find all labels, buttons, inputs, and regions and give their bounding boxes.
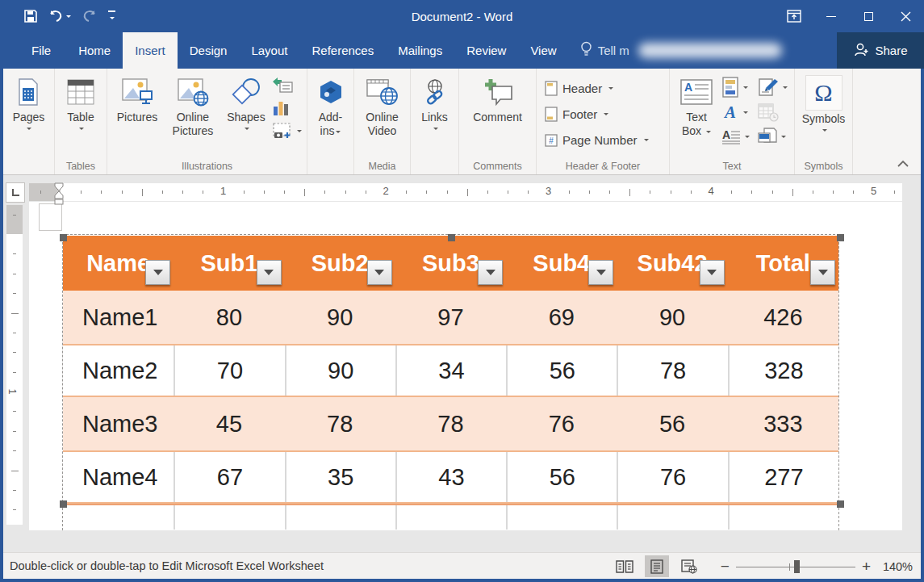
maximize-icon[interactable] (850, 0, 887, 32)
ribbon-display-options-icon[interactable] (776, 0, 813, 32)
page-number-button[interactable]: # Page Number (545, 128, 649, 151)
online-video-button[interactable]: Online Video (360, 73, 405, 140)
ruler-tick (81, 191, 82, 194)
customize-quick-access-icon[interactable] (108, 10, 115, 22)
chevron-down-icon (336, 131, 341, 136)
collapse-ribbon-icon[interactable] (897, 157, 909, 171)
quick-parts-button[interactable] (721, 77, 750, 98)
ruler-tick (528, 191, 529, 194)
selection-handle[interactable] (837, 234, 844, 241)
tab-review[interactable]: Review (454, 32, 518, 69)
tab-stop-selector[interactable] (6, 182, 25, 203)
person-add-icon (853, 42, 869, 59)
tab-insert[interactable]: Insert (123, 32, 178, 69)
chart-button[interactable] (272, 99, 302, 115)
text-box-button[interactable]: A Text Box (673, 73, 720, 140)
lightbulb-icon (580, 41, 592, 60)
selection-handle[interactable] (837, 500, 844, 508)
embedded-excel-worksheet[interactable]: NameSub1Sub2Sub3Sub4Sub42TotalName180909… (62, 234, 839, 530)
tab-home[interactable]: Home (66, 32, 123, 69)
zoom-slider-thumb[interactable] (794, 560, 800, 573)
drop-cap-button[interactable]: A (721, 128, 750, 144)
screenshot-button[interactable] (272, 122, 302, 140)
worksheet-empty-row (63, 504, 838, 530)
minimize-icon[interactable] (813, 0, 850, 32)
tab-file[interactable]: File (16, 32, 66, 69)
table-label: Table (67, 111, 94, 124)
column-header-label: Total (756, 250, 810, 277)
group-label-text: Text (670, 161, 794, 172)
share-button[interactable]: Share (837, 32, 924, 69)
table-cell: 34 (395, 345, 506, 396)
comment-button[interactable]: Comment (470, 73, 525, 126)
close-icon[interactable] (887, 0, 924, 32)
save-icon[interactable] (24, 10, 37, 23)
smartart-button[interactable] (272, 77, 302, 93)
ruler-tick (691, 191, 692, 194)
zoom-slider[interactable] (736, 560, 855, 573)
header-button[interactable]: Header (545, 77, 649, 99)
signature-line-button[interactable] (758, 77, 788, 98)
table-cell: 80 (174, 291, 284, 344)
selection-handle[interactable] (60, 234, 67, 241)
vertical-ruler[interactable]: 1 (6, 205, 23, 525)
table-cell: 70 (174, 345, 284, 396)
symbols-button[interactable]: Ω Symbols (800, 73, 848, 136)
empty-cell (174, 505, 284, 530)
filter-dropdown-button[interactable] (478, 260, 503, 285)
table-row: Name34578787656333 (63, 397, 838, 450)
filter-dropdown-button[interactable] (145, 260, 170, 285)
text-box-label: Text Box (679, 111, 713, 138)
object-button[interactable] (758, 127, 788, 146)
table-header-cell: Sub1 (174, 236, 284, 291)
document-page[interactable]: NameSub1Sub2Sub3Sub4Sub42TotalName180909… (29, 202, 902, 530)
table-button[interactable]: Table (65, 73, 97, 134)
pages-button[interactable]: Pages (10, 73, 48, 134)
ruler-tick (162, 191, 163, 194)
undo-button[interactable] (48, 10, 71, 23)
pages-icon (16, 75, 40, 109)
ruler-margin-zone (6, 205, 23, 234)
svg-text:A: A (722, 128, 730, 141)
filter-arrow-icon (153, 270, 163, 280)
table-cell: Name4 (63, 452, 174, 502)
addins-button[interactable]: Add-ins (311, 73, 351, 140)
ruler-tick (345, 191, 346, 194)
selection-handle[interactable] (448, 234, 455, 241)
table-cell: 43 (395, 452, 506, 502)
selection-handle[interactable] (60, 500, 67, 508)
read-mode-button[interactable] (613, 555, 637, 577)
undo-dropdown-icon[interactable] (66, 15, 71, 20)
filter-dropdown-button[interactable] (700, 260, 725, 285)
tab-view[interactable]: View (518, 32, 568, 69)
tell-me-box[interactable]: Tell m (580, 32, 782, 69)
footer-button[interactable]: Footer (545, 103, 649, 125)
online-pictures-button[interactable]: Online Pictures (164, 73, 222, 140)
pictures-button[interactable]: Pictures (111, 73, 164, 126)
zoom-in-button[interactable]: + (862, 559, 871, 574)
table-cell: 78 (285, 397, 395, 450)
indent-markers[interactable] (53, 182, 65, 205)
wordart-button[interactable]: A (721, 103, 750, 121)
ruler-tick (13, 215, 16, 216)
print-layout-button[interactable] (645, 555, 669, 577)
filter-dropdown-button[interactable] (810, 260, 835, 285)
web-layout-button[interactable] (677, 555, 701, 577)
ruler-tick (650, 191, 650, 194)
tab-references[interactable]: References (299, 32, 386, 69)
page-number-label: Page Number (562, 133, 638, 147)
zoom-out-button[interactable]: − (721, 559, 730, 574)
document-area: 12345 1 NameSub1Sub2Sub3Sub4Sub42TotalNa… (0, 175, 924, 552)
ruler-tick (609, 191, 610, 194)
links-button[interactable]: Links (419, 73, 450, 134)
filter-dropdown-button[interactable] (367, 260, 392, 285)
tab-design[interactable]: Design (178, 32, 240, 69)
tab-layout[interactable]: Layout (239, 32, 299, 69)
shapes-button[interactable]: Shapes (222, 73, 270, 134)
horizontal-ruler[interactable]: 12345 (29, 183, 902, 201)
chevron-down-icon (245, 128, 249, 132)
zoom-percentage[interactable]: 140% (877, 560, 913, 573)
tab-mailings[interactable]: Mailings (386, 32, 454, 69)
filter-dropdown-button[interactable] (257, 260, 282, 285)
filter-dropdown-button[interactable] (588, 260, 613, 285)
